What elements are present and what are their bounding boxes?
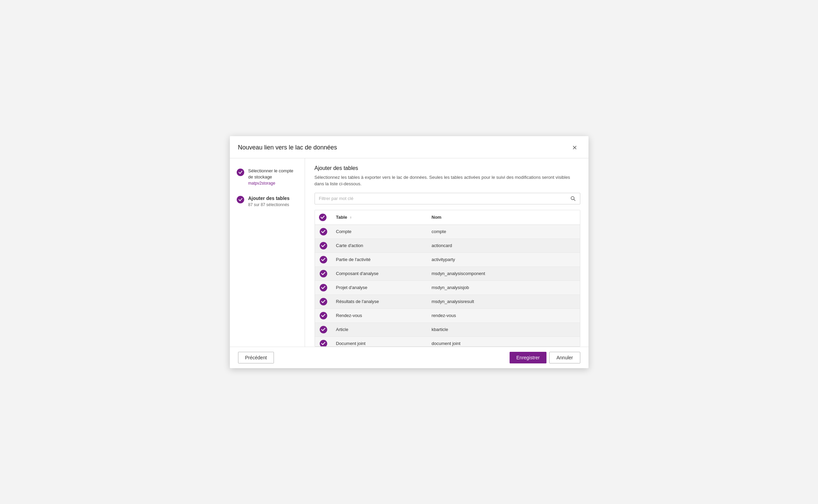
step-2-desc: 87 sur 87 sélectionnés bbox=[248, 202, 290, 207]
dialog-title: Nouveau lien vers le lac de données bbox=[238, 144, 337, 151]
step-1: Sélectionner le compte de stockage matpv… bbox=[237, 168, 298, 186]
row-table-name: Article bbox=[332, 322, 428, 336]
dialog: Nouveau lien vers le lac de données ✕ Sé… bbox=[230, 136, 588, 368]
step-2: Ajouter des tables 87 sur 87 sélectionné… bbox=[237, 195, 298, 207]
table-row: Carte d'action actioncard bbox=[315, 239, 580, 253]
row-checkbox-7[interactable] bbox=[320, 326, 327, 333]
table-row: Résultats de l'analyse msdyn_analysisres… bbox=[315, 294, 580, 308]
row-checkbox-4[interactable] bbox=[320, 284, 327, 291]
step-1-icon bbox=[237, 169, 244, 176]
table-row: Rendez-vous rendez-vous bbox=[315, 308, 580, 322]
table-row: Document joint document joint bbox=[315, 336, 580, 347]
row-table-name: Compte bbox=[332, 225, 428, 239]
row-table-name: Résultats de l'analyse bbox=[332, 294, 428, 308]
check-all-icon bbox=[320, 215, 325, 219]
sidebar: Sélectionner le compte de stockage matpv… bbox=[230, 158, 305, 347]
check-row-icon bbox=[321, 271, 325, 276]
row-logical-name: activityparty bbox=[428, 253, 580, 267]
row-checkbox-3[interactable] bbox=[320, 270, 327, 277]
search-box bbox=[315, 193, 580, 204]
check-icon-step2 bbox=[238, 198, 242, 202]
col-header-table[interactable]: Table ↑ bbox=[332, 210, 428, 225]
check-row-icon bbox=[321, 243, 325, 248]
dialog-header: Nouveau lien vers le lac de données ✕ bbox=[230, 136, 588, 158]
check-row-icon bbox=[321, 327, 325, 332]
check-row-icon bbox=[321, 229, 325, 234]
table-row: Composant d'analyse msdyn_analysiscompon… bbox=[315, 267, 580, 280]
step-1-label: Sélectionner le compte de stockage bbox=[248, 168, 298, 180]
row-logical-name: actioncard bbox=[428, 239, 580, 253]
row-logical-name: msdyn_analysisjob bbox=[428, 280, 580, 294]
footer-right: Enregistrer Annuler bbox=[510, 352, 580, 363]
table-row: Partie de l'activité activityparty bbox=[315, 253, 580, 267]
row-logical-name: rendez-vous bbox=[428, 308, 580, 322]
step-2-content: Ajouter des tables 87 sur 87 sélectionné… bbox=[248, 195, 290, 207]
sort-icon: ↑ bbox=[350, 215, 352, 219]
row-logical-name: msdyn_analysiscomponent bbox=[428, 267, 580, 280]
table-container[interactable]: Table ↑ Nom bbox=[315, 210, 580, 347]
save-button[interactable]: Enregistrer bbox=[510, 352, 546, 363]
dialog-body: Sélectionner le compte de stockage matpv… bbox=[230, 158, 588, 347]
row-checkbox-2[interactable] bbox=[320, 256, 327, 263]
row-checkbox-8[interactable] bbox=[320, 340, 327, 347]
row-logical-name: msdyn_analysisresult bbox=[428, 294, 580, 308]
step-2-icon bbox=[237, 196, 244, 203]
row-table-name: Rendez-vous bbox=[332, 308, 428, 322]
row-table-name: Carte d'action bbox=[332, 239, 428, 253]
table-row: Article kbarticle bbox=[315, 322, 580, 336]
cancel-button[interactable]: Annuler bbox=[549, 352, 580, 363]
section-title: Ajouter des tables bbox=[315, 165, 580, 171]
row-checkbox-cell[interactable] bbox=[315, 253, 332, 267]
search-input[interactable] bbox=[315, 193, 566, 204]
row-checkbox-cell[interactable] bbox=[315, 225, 332, 239]
row-checkbox-cell[interactable] bbox=[315, 239, 332, 253]
row-table-name: Projet d'analyse bbox=[332, 280, 428, 294]
select-all-checkbox[interactable] bbox=[319, 214, 327, 221]
step-1-content: Sélectionner le compte de stockage matpv… bbox=[248, 168, 298, 186]
dialog-footer: Précédent Enregistrer Annuler bbox=[230, 347, 588, 368]
row-checkbox-cell[interactable] bbox=[315, 267, 332, 280]
check-row-icon bbox=[321, 257, 325, 262]
row-checkbox-0[interactable] bbox=[320, 228, 327, 235]
row-logical-name: compte bbox=[428, 225, 580, 239]
row-checkbox-1[interactable] bbox=[320, 242, 327, 249]
tables-table: Table ↑ Nom bbox=[315, 210, 580, 347]
close-icon: ✕ bbox=[572, 144, 577, 152]
check-row-icon bbox=[321, 285, 325, 290]
row-checkbox-6[interactable] bbox=[320, 312, 327, 319]
step-1-sublabel: matpv2storage bbox=[248, 181, 298, 186]
prev-button[interactable]: Précédent bbox=[238, 352, 274, 363]
row-checkbox-cell[interactable] bbox=[315, 280, 332, 294]
row-checkbox-cell[interactable] bbox=[315, 336, 332, 347]
header-checkbox-col bbox=[315, 210, 332, 225]
row-logical-name: document joint bbox=[428, 336, 580, 347]
row-table-name: Document joint bbox=[332, 336, 428, 347]
table-row: Compte compte bbox=[315, 225, 580, 239]
close-button[interactable]: ✕ bbox=[569, 142, 580, 153]
check-row-icon bbox=[321, 299, 325, 304]
row-checkbox-cell[interactable] bbox=[315, 294, 332, 308]
check-icon-step1 bbox=[238, 170, 242, 174]
main-content: Ajouter des tables Sélectionnez les tabl… bbox=[305, 158, 588, 347]
step-2-label: Ajouter des tables bbox=[248, 195, 290, 202]
section-desc: Sélectionnez les tables à exporter vers … bbox=[315, 174, 580, 187]
row-checkbox-cell[interactable] bbox=[315, 308, 332, 322]
search-button[interactable] bbox=[566, 193, 580, 204]
row-table-name: Partie de l'activité bbox=[332, 253, 428, 267]
table-row: Projet d'analyse msdyn_analysisjob bbox=[315, 280, 580, 294]
row-logical-name: kbarticle bbox=[428, 322, 580, 336]
row-checkbox-cell[interactable] bbox=[315, 322, 332, 336]
search-icon bbox=[570, 196, 576, 201]
table-body: Compte compte Carte d'action actioncard bbox=[315, 225, 580, 347]
row-table-name: Composant d'analyse bbox=[332, 267, 428, 280]
row-checkbox-5[interactable] bbox=[320, 298, 327, 305]
svg-line-1 bbox=[574, 199, 575, 201]
col-header-name: Nom bbox=[428, 210, 580, 225]
check-row-icon bbox=[321, 313, 325, 318]
check-row-icon bbox=[321, 341, 325, 346]
